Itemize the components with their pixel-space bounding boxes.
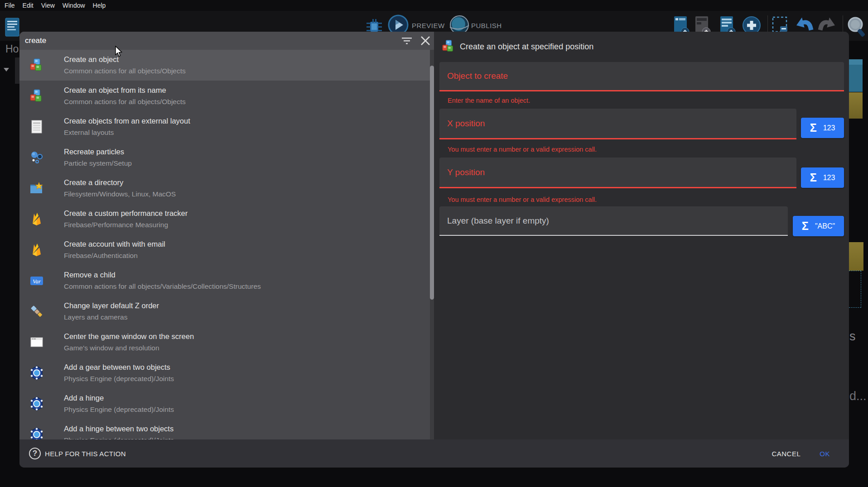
particles-icon bbox=[29, 150, 44, 165]
menu-item-view[interactable]: View bbox=[41, 2, 55, 9]
param-field-2[interactable]: Y position bbox=[439, 158, 796, 188]
search-input[interactable]: create bbox=[25, 36, 46, 45]
background-scene-block-gold bbox=[849, 92, 863, 119]
expression-builder-button[interactable]: Σ123 bbox=[801, 167, 844, 188]
dialog-footer: ? HELP FOR THIS ACTION CANCEL OK bbox=[19, 439, 849, 468]
search-bar[interactable]: create bbox=[19, 32, 434, 50]
cancel-button[interactable]: CANCEL bbox=[772, 450, 800, 458]
background-scene-block-teal bbox=[849, 59, 863, 92]
action-result-row[interactable]: Recreate particlesParticle system/Setup bbox=[19, 142, 434, 173]
result-title: Create an object bbox=[64, 54, 186, 65]
external-layout-icon bbox=[29, 119, 44, 134]
ok-button[interactable]: OK bbox=[820, 450, 830, 458]
physics-icon bbox=[29, 396, 44, 411]
sigma-icon: Σ bbox=[810, 121, 817, 134]
scrollbar-track[interactable] bbox=[430, 50, 434, 439]
result-title: Create an object from its name bbox=[64, 85, 186, 96]
firebase-icon bbox=[29, 212, 44, 226]
param-label: Layer (base layer if empty) bbox=[447, 216, 549, 226]
layers-icon bbox=[29, 304, 44, 319]
result-subtitle: External layouts bbox=[64, 127, 190, 138]
result-title: Add a hinge bbox=[64, 392, 174, 404]
result-title: Create account with with email bbox=[64, 239, 165, 250]
result-subtitle: Layers and cameras bbox=[64, 311, 159, 323]
action-result-row[interactable]: Center the game window on the screenGame… bbox=[19, 327, 434, 358]
action-result-row[interactable]: VarRemove a childCommon actions for all … bbox=[19, 265, 434, 296]
action-result-row[interactable]: Create a directoryFilesystem/Windows, Li… bbox=[19, 173, 434, 204]
action-result-row[interactable]: Add a hinge between two objectsPhysics E… bbox=[19, 419, 434, 439]
expression-builder-button[interactable]: Σ"ABC" bbox=[793, 216, 844, 236]
param-helper-text: You must enter a number or a valid expre… bbox=[448, 146, 597, 153]
result-subtitle: Firebase/Authentication bbox=[64, 250, 165, 261]
background-home-tab: Ho bbox=[5, 43, 19, 55]
svg-text:Var: Var bbox=[33, 278, 41, 285]
action-result-row[interactable]: Change layer default Z orderLayers and c… bbox=[19, 296, 434, 327]
sigma-icon: Σ bbox=[810, 171, 817, 184]
physics-icon bbox=[29, 427, 44, 439]
result-subtitle: Physics Engine (deprecated)/Joints bbox=[64, 373, 174, 384]
menu-item-help[interactable]: Help bbox=[93, 2, 106, 9]
filter-icon[interactable] bbox=[401, 35, 412, 46]
action-result-row[interactable]: Add a hingePhysics Engine (deprecated)/J… bbox=[19, 388, 434, 419]
action-config-panel: Create an object at specified position O… bbox=[434, 32, 849, 439]
search-results-list: Create an objectCommon actions for all o… bbox=[19, 50, 434, 439]
close-icon[interactable] bbox=[420, 35, 431, 46]
param-helper-text: You must enter a number or a valid expre… bbox=[448, 196, 597, 203]
action-result-row[interactable]: Add a gear between two objectsPhysics En… bbox=[19, 358, 434, 388]
result-subtitle: Firebase/Performance Measuring bbox=[64, 219, 188, 230]
instruction-editor-dialog: create Create an objectCommon actions fo… bbox=[19, 32, 849, 468]
physics-icon bbox=[29, 366, 44, 380]
variable-icon: Var bbox=[29, 273, 44, 288]
help-button[interactable]: HELP FOR THIS ACTION bbox=[45, 450, 126, 458]
preview-button[interactable]: PREVIEW bbox=[412, 22, 445, 29]
param-label: Y position bbox=[447, 167, 485, 177]
result-title: Create a directory bbox=[64, 177, 176, 188]
action-search-panel: create Create an objectCommon actions fo… bbox=[19, 32, 434, 439]
background-tab-strip bbox=[15, 57, 19, 84]
sigma-icon: Σ bbox=[802, 220, 809, 233]
param-field-0[interactable]: Object to create bbox=[439, 62, 844, 91]
result-title: Add a gear between two objects bbox=[64, 362, 174, 373]
result-title: Change layer default Z order bbox=[64, 300, 159, 311]
result-title: Remove a child bbox=[64, 269, 261, 281]
menu-item-file[interactable]: File bbox=[5, 2, 15, 9]
publish-button[interactable]: PUBLISH bbox=[471, 22, 502, 29]
detail-title: Create an object at specified position bbox=[460, 42, 593, 52]
cubes-icon bbox=[29, 89, 44, 103]
action-result-row[interactable]: Create an object from its nameCommon act… bbox=[19, 81, 434, 111]
background-scene-block-gold2 bbox=[849, 242, 863, 271]
result-subtitle: Filesystem/Windows, Linux, MacOS bbox=[64, 188, 176, 200]
action-result-row[interactable]: Create account with with emailFirebase/A… bbox=[19, 234, 434, 265]
result-title: Add a hinge between two objects bbox=[64, 423, 174, 434]
param-field-1[interactable]: X position bbox=[439, 109, 796, 139]
scrollbar-thumb[interactable] bbox=[430, 66, 434, 300]
action-result-row[interactable]: Create objects from an external layoutEx… bbox=[19, 111, 434, 142]
window-icon bbox=[29, 335, 44, 349]
help-icon[interactable]: ? bbox=[29, 448, 41, 459]
param-label: Object to create bbox=[447, 71, 508, 81]
action-result-row[interactable]: Create an objectCommon actions for all o… bbox=[19, 50, 434, 81]
result-subtitle: Particle system/Setup bbox=[64, 158, 132, 169]
result-subtitle: Common actions for all objects/Objects bbox=[64, 96, 186, 107]
detail-header: Create an object at specified position bbox=[434, 32, 593, 62]
param-field-3[interactable]: Layer (base layer if empty) bbox=[439, 206, 788, 236]
result-title: Recreate particles bbox=[64, 146, 132, 158]
result-subtitle: Common actions for all objects/Variables… bbox=[64, 281, 261, 292]
firebase-icon bbox=[29, 243, 44, 257]
menu-item-window[interactable]: Window bbox=[63, 2, 85, 9]
result-subtitle: Common actions for all objects/Objects bbox=[64, 65, 186, 76]
result-title: Create a custom performance tracker bbox=[64, 208, 188, 219]
menu-item-edit[interactable]: Edit bbox=[23, 2, 34, 9]
action-result-row[interactable]: Create a custom performance trackerFireb… bbox=[19, 204, 434, 234]
project-manager-icon[interactable] bbox=[5, 17, 21, 40]
mouse-cursor bbox=[115, 46, 124, 60]
result-subtitle: Physics Engine (deprecated)/Joints bbox=[64, 404, 174, 415]
result-subtitle: Physics Engine (deprecated)/Joints bbox=[64, 434, 174, 439]
background-text-s: s bbox=[849, 329, 856, 344]
param-helper-text: Enter the name of an object. bbox=[448, 97, 530, 104]
expression-builder-button[interactable]: Σ123 bbox=[801, 118, 844, 138]
result-subtitle: Game's window and resolution bbox=[64, 342, 194, 353]
result-title: Center the game window on the screen bbox=[64, 331, 194, 342]
folder-icon bbox=[29, 181, 44, 196]
result-title: Create objects from an external layout bbox=[64, 115, 190, 127]
